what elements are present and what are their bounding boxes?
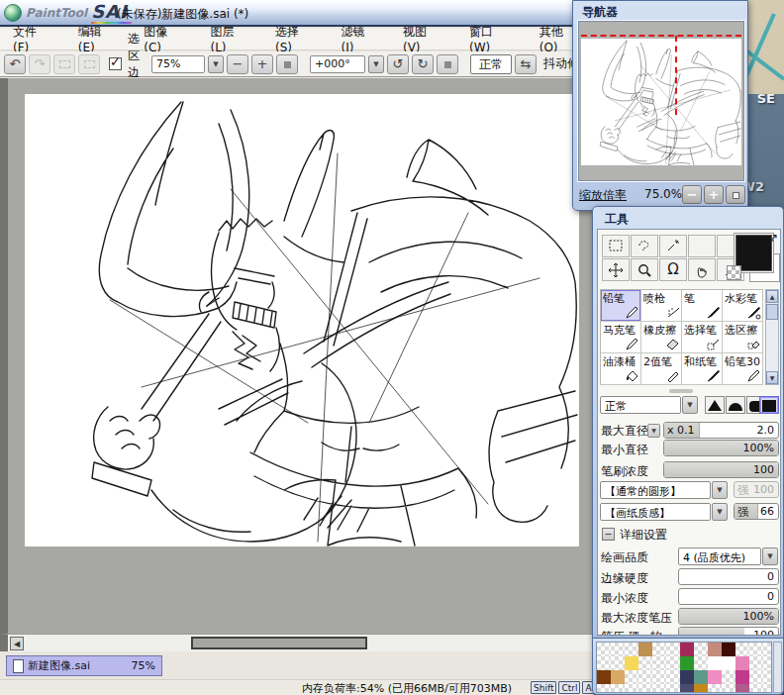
swatch-cell[interactable] (680, 670, 694, 684)
swatch-cell[interactable] (611, 656, 625, 670)
swatch-cell[interactable] (597, 643, 611, 656)
navigator-preview[interactable] (578, 21, 744, 181)
advanced-settings-collapse-icon[interactable]: − (602, 528, 615, 541)
edge-shape-spike-button[interactable] (705, 396, 725, 414)
brush-bucket[interactable]: 油漆桶 (601, 353, 641, 385)
swatch-cell[interactable] (735, 643, 749, 656)
swatch-cell[interactable] (708, 670, 722, 684)
zoom-reset-button[interactable] (276, 54, 298, 74)
flip-view-button[interactable]: ⇆ (515, 54, 537, 74)
zoom-tool-button[interactable] (631, 258, 658, 281)
paint-quality-combo[interactable]: 4 (品质优先) (678, 547, 761, 565)
min-diameter-slider[interactable]: 100% (663, 440, 779, 456)
empty-tool-slot-1[interactable] (688, 235, 716, 257)
swatch-cell[interactable] (763, 643, 772, 656)
brush-select-eraser[interactable]: 选区擦 (723, 322, 763, 353)
swatch-cell[interactable] (708, 684, 722, 693)
swatch-cell[interactable] (749, 643, 763, 656)
hand-tool-button[interactable] (688, 258, 716, 281)
canvas-viewport[interactable] (0, 78, 594, 634)
swatch-cell[interactable] (694, 684, 708, 693)
brush-shape-combo[interactable]: 【通常的圆形】 (600, 481, 711, 499)
swatch-cell[interactable] (666, 670, 680, 684)
zoom-dropdown-icon[interactable]: ▼ (208, 55, 224, 73)
swatch-cell[interactable] (708, 643, 722, 656)
edge-shape-dome-button[interactable] (726, 396, 745, 414)
swatch-cell[interactable] (652, 670, 666, 684)
scroll-left-icon[interactable]: ◀ (10, 637, 24, 650)
swatch-cell[interactable] (749, 670, 763, 684)
rotation-dropdown-icon[interactable]: ▼ (368, 55, 384, 73)
swatch-cell[interactable] (735, 670, 749, 684)
lasso-tool-button[interactable] (631, 235, 658, 257)
swatch-cell[interactable] (763, 670, 772, 684)
swatch-cell[interactable] (597, 656, 611, 670)
swatch-cell[interactable] (652, 684, 666, 693)
brush-density-slider[interactable]: 100 (663, 461, 779, 478)
brush-select-pen[interactable]: 选择笔 (682, 322, 723, 353)
undo-icon[interactable]: ↶ (4, 54, 26, 74)
swatch-cell[interactable] (722, 643, 735, 656)
swatch-cell[interactable] (680, 684, 694, 693)
swatch-cell[interactable] (680, 643, 694, 656)
swatch-cell[interactable] (638, 684, 652, 693)
brush-grid-scrollbar[interactable]: ▲ ▼ (765, 289, 779, 385)
swatch-cell[interactable] (763, 656, 772, 670)
swatch-cell[interactable] (735, 684, 749, 693)
horizontal-scroll-thumb[interactable] (191, 637, 367, 649)
swatch-cell[interactable] (722, 670, 735, 684)
normal-mode-button[interactable]: 正常 (470, 54, 512, 74)
swatch-cell[interactable] (763, 684, 772, 693)
brush-scroll-up-icon[interactable]: ▲ (766, 290, 778, 303)
brush-pencil30[interactable]: 铅笔30 (723, 353, 763, 385)
swatch-cell[interactable] (638, 643, 652, 656)
swatch-cell[interactable] (611, 684, 625, 693)
swatch-cell[interactable] (722, 684, 735, 693)
swatch-cell[interactable] (625, 684, 638, 693)
navigator-zoom-reset-button[interactable] (726, 185, 745, 204)
panel-resize-handle[interactable] (669, 389, 693, 393)
swatch-cell[interactable] (652, 656, 666, 670)
rotate-view-tool-button[interactable]: Ω (659, 258, 687, 281)
brush-scroll-down-icon[interactable]: ▼ (766, 371, 778, 384)
paper-texture-dropdown-icon[interactable]: ▼ (712, 503, 728, 521)
brush-pen[interactable]: 笔 (682, 290, 723, 322)
zoom-combo[interactable]: 75% (151, 55, 205, 73)
brush-eraser[interactable]: 橡皮擦 (641, 322, 682, 353)
swatch-cell[interactable] (625, 643, 638, 656)
paint-quality-dropdown-icon[interactable]: ▼ (762, 547, 778, 565)
zoom-in-button[interactable]: + (251, 54, 273, 74)
swatch-cell[interactable] (749, 656, 763, 670)
swatch-cell[interactable] (708, 656, 722, 670)
swatch-cell[interactable] (597, 670, 611, 684)
swatch-cell[interactable] (694, 670, 708, 684)
swatch-cell[interactable] (652, 643, 666, 656)
swatch-cell[interactable] (694, 656, 708, 670)
blend-mode-dropdown-icon[interactable]: ▼ (682, 396, 698, 414)
max-density-pressure-slider[interactable]: 100% (678, 608, 779, 625)
swatch-cell[interactable] (625, 656, 638, 670)
brush-airbrush[interactable]: 喷枪 (641, 290, 682, 322)
swatch-cell[interactable] (666, 643, 680, 656)
swatch-cell[interactable] (722, 656, 735, 670)
rotate-ccw-button[interactable]: ↺ (387, 54, 409, 74)
min-density-slider[interactable]: 0 (678, 588, 779, 605)
horizontal-scrollbar[interactable]: ◀ (0, 634, 594, 651)
swatch-scrollbar[interactable] (773, 642, 782, 693)
magic-wand-tool-button[interactable] (659, 235, 687, 257)
swatch-cell[interactable] (749, 684, 763, 693)
swatch-cell[interactable] (638, 656, 652, 670)
navigator-zoom-in-button[interactable]: + (704, 185, 724, 204)
brush-scroll-thumb[interactable] (766, 304, 778, 320)
rotation-reset-button[interactable] (437, 54, 458, 74)
zoom-out-button[interactable]: − (227, 54, 248, 74)
brush-washi-pen[interactable]: 和纸笔 (682, 353, 723, 385)
brush-pencil[interactable]: 铅笔 (601, 290, 641, 322)
rotate-cw-button[interactable]: ↻ (412, 54, 434, 74)
rotation-combo[interactable]: +000° (310, 55, 365, 73)
brush-marker[interactable]: 马克笔 (601, 322, 641, 353)
swatch-cell[interactable] (694, 643, 708, 656)
blend-mode-combo[interactable]: 正常 (600, 396, 681, 414)
swatch-cell[interactable] (597, 684, 611, 693)
transparent-color-button[interactable] (727, 265, 741, 280)
